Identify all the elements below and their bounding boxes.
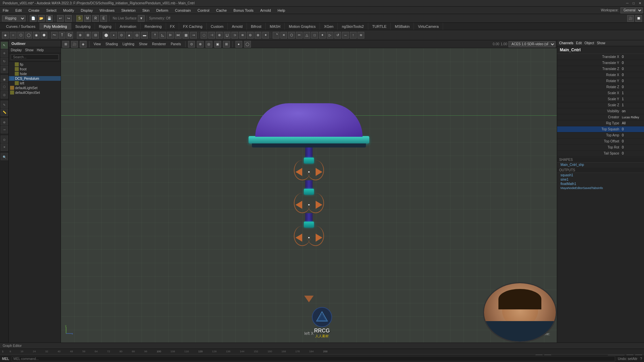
- icon-xray[interactable]: ⊞: [85, 32, 91, 39]
- tab-bifrost[interactable]: Bifrost: [247, 23, 266, 30]
- menu-modify[interactable]: Modify: [62, 8, 75, 13]
- icon-lasso[interactable]: ○: [10, 32, 16, 39]
- icon-cut[interactable]: ✂: [296, 32, 303, 39]
- icon-select[interactable]: ◈: [2, 32, 9, 39]
- tab-curves-surfaces[interactable]: Curves / Surfaces: [2, 23, 40, 30]
- vp-persp-icon[interactable]: ◈: [80, 41, 87, 48]
- channel-translate-z[interactable]: Translate Z 0: [557, 66, 644, 72]
- menu-edit[interactable]: Edit: [14, 8, 23, 13]
- outliner-item-froot[interactable]: froot: [13, 67, 61, 71]
- vp-view-menu[interactable]: View: [92, 42, 102, 47]
- vp-icon2[interactable]: ⊕: [197, 41, 204, 48]
- annotate-icon[interactable]: ✎: [1, 101, 8, 108]
- menu-arnold[interactable]: Arnold: [259, 8, 272, 13]
- tab-rigging[interactable]: Rigging: [95, 23, 116, 30]
- output-squash1[interactable]: squash1: [557, 173, 644, 177]
- outliner-menu-help[interactable]: Help: [37, 48, 44, 52]
- vp-shading-menu[interactable]: Shading: [104, 42, 119, 47]
- icon-eps[interactable]: Ep: [66, 32, 73, 39]
- vp-icon5[interactable]: ⊞: [223, 41, 230, 48]
- vp-icon3[interactable]: ◎: [206, 41, 212, 48]
- icon-reduce[interactable]: ⊖: [247, 32, 254, 39]
- icon-sculpt[interactable]: ◯: [25, 32, 32, 39]
- tab-xgen[interactable]: XGen: [320, 23, 338, 30]
- vp-panel-icon[interactable]: ⊞: [62, 41, 69, 48]
- icon-sculpt2[interactable]: ≋: [358, 32, 364, 39]
- channel-top-offset[interactable]: Top Offset 0: [557, 138, 644, 144]
- vp-cam-icon[interactable]: 🎥: [71, 41, 78, 48]
- vp-show-menu[interactable]: Show: [138, 42, 149, 47]
- vp-renderer-menu[interactable]: Renderer: [151, 42, 167, 47]
- menu-skeleton[interactable]: Skeleton: [120, 8, 137, 13]
- paint-tool-icon[interactable]: ⬡: [1, 83, 8, 90]
- menu-display[interactable]: Display: [79, 8, 94, 13]
- icon-poke[interactable]: ✦: [319, 32, 326, 39]
- show-tab[interactable]: Show: [597, 41, 605, 45]
- magnet-icon[interactable]: ⊸: [1, 126, 8, 133]
- outliner-search-input[interactable]: [11, 54, 59, 60]
- channel-visibility[interactable]: Visibility on: [557, 108, 644, 114]
- menu-select[interactable]: Select: [45, 8, 58, 13]
- outliner-item-dcs-pendulum[interactable]: DCS_Pendulum: [9, 76, 61, 81]
- icon-conform[interactable]: ≋: [239, 32, 246, 39]
- move-tool-icon[interactable]: ✛: [1, 50, 8, 57]
- output-floatmath1[interactable]: floatMath1: [557, 182, 644, 186]
- outliner-item-fside[interactable]: fside: [13, 71, 61, 76]
- icon-merge[interactable]: ⋈: [175, 32, 181, 39]
- channel-top-rot[interactable]: Top Rot 0: [557, 144, 644, 150]
- icon-sphere[interactable]: ⬤: [103, 32, 109, 39]
- channels-tab[interactable]: Channels: [559, 41, 573, 45]
- tab-fx-caching[interactable]: FX Caching: [179, 23, 207, 30]
- icon-cube[interactable]: ▪: [110, 32, 117, 39]
- channel-rotate-x[interactable]: Rotate X 0: [557, 72, 644, 78]
- icon-flip[interactable]: ↔: [342, 32, 349, 39]
- menu-bonus[interactable]: Bonus Tools: [232, 8, 255, 13]
- snap-icon[interactable]: ⊕: [1, 118, 8, 125]
- channel-creator[interactable]: Creator Lucas Ridley: [557, 114, 644, 120]
- channel-top-squash[interactable]: Top Squash 0: [557, 126, 644, 132]
- new-scene-btn[interactable]: 📄: [30, 15, 37, 22]
- render-btn[interactable]: 🔲: [635, 15, 642, 22]
- live-surface-btn[interactable]: ▼: [138, 15, 145, 22]
- icon-unfold[interactable]: ⬡: [288, 32, 295, 39]
- maximize-btn[interactable]: □: [633, 1, 635, 5]
- menu-create[interactable]: Create: [27, 8, 41, 13]
- color-space-dropdown[interactable]: ACES 1.0 SDR-video (sRGB): [508, 41, 555, 47]
- rotate-btn[interactable]: R: [92, 15, 99, 22]
- icon-cone[interactable]: ▲: [126, 32, 132, 39]
- channel-rotate-y[interactable]: Rotate Y 0: [557, 78, 644, 84]
- icon-extrude[interactable]: ⇡: [152, 32, 158, 39]
- icon-triangulate[interactable]: △: [304, 32, 310, 39]
- edit-tab[interactable]: Edit: [576, 41, 582, 45]
- icon-grid[interactable]: ⊟: [92, 32, 99, 39]
- icon-curve[interactable]: 〜: [51, 32, 58, 39]
- icon-separate[interactable]: ⊃: [231, 32, 238, 39]
- main-viewport[interactable]: y z left X Frame:: [61, 48, 557, 343]
- icon-mirror[interactable]: ⊣: [208, 32, 215, 39]
- channel-tail-space[interactable]: Tail Space 0: [557, 150, 644, 157]
- tab-poly-modeling[interactable]: Poly Modeling: [40, 23, 71, 30]
- icon-soft[interactable]: ◉: [33, 32, 40, 39]
- icon-retopo[interactable]: ⊗: [255, 32, 261, 39]
- icon-spin[interactable]: ↺: [334, 32, 341, 39]
- icon-quadrangulate[interactable]: □: [311, 32, 318, 39]
- outliner-menu-show[interactable]: Show: [25, 48, 34, 52]
- menu-help[interactable]: Help: [276, 8, 287, 13]
- icon-cleanup[interactable]: ✦: [262, 32, 269, 39]
- icon-artisan[interactable]: ⬢: [41, 32, 47, 39]
- tab-sculpting[interactable]: Sculpting: [71, 23, 95, 30]
- menu-deform[interactable]: Deform: [155, 8, 170, 13]
- icon-bevel[interactable]: ◺: [159, 32, 166, 39]
- object-tab[interactable]: Object: [585, 41, 594, 45]
- vp-icon7[interactable]: ◯: [244, 41, 251, 48]
- tab-rendering[interactable]: Rendering: [141, 23, 166, 30]
- scale-tool-icon[interactable]: ⊞: [1, 66, 8, 73]
- icon-plane[interactable]: ▬: [141, 32, 148, 39]
- channel-top-amp[interactable]: Top Amp 0: [557, 132, 644, 138]
- icon-combine[interactable]: ⋃: [224, 32, 230, 39]
- output-sine1[interactable]: sine1: [557, 177, 644, 182]
- move-btn[interactable]: M: [84, 15, 91, 22]
- sculpt-tool-icon[interactable]: ◎: [1, 91, 8, 99]
- select-btn[interactable]: S: [76, 15, 83, 22]
- output-maya-node-editor[interactable]: MayaNodeEditorSavedTabsInfo: [557, 186, 644, 190]
